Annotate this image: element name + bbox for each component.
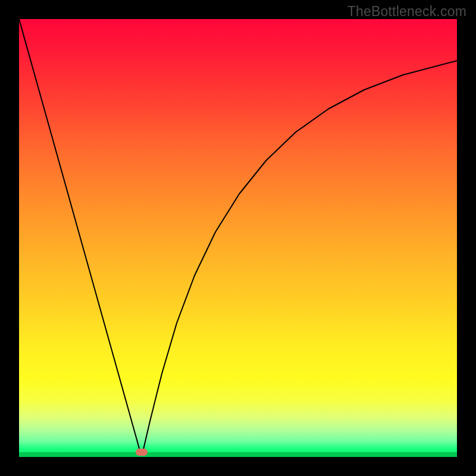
bottleneck-curve <box>19 19 457 457</box>
plot-area <box>19 19 457 457</box>
optimal-marker <box>136 449 148 456</box>
watermark-text: TheBottleneck.com <box>347 4 466 20</box>
chart-frame: TheBottleneck.com <box>0 0 476 476</box>
curve-layer <box>19 19 457 457</box>
baseline-strip <box>19 452 457 457</box>
